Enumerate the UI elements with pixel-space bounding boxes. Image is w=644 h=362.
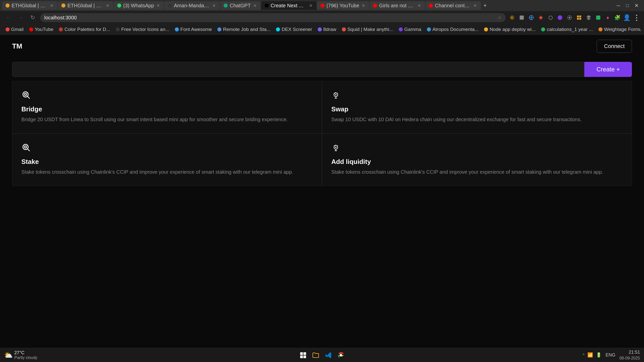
bookmark-item[interactable]: YouTube bbox=[27, 26, 56, 33]
bookmark-favicon bbox=[541, 27, 545, 31]
browser-tab[interactable]: ETHGlobal | ETHOnline 2024 ✕ bbox=[58, 1, 113, 10]
maximize-button[interactable]: □ bbox=[624, 2, 631, 9]
browser-tab[interactable]: Aman-Mandal/ethonline-mini-... ✕ bbox=[164, 1, 220, 10]
tab-favicon bbox=[373, 4, 377, 8]
bookmark-item[interactable]: Free Vector Icons an... bbox=[113, 26, 172, 33]
card-icon bbox=[21, 90, 313, 101]
minimize-button[interactable]: ─ bbox=[615, 2, 622, 9]
vscode-button[interactable] bbox=[323, 350, 333, 360]
create-button[interactable]: Create + bbox=[584, 62, 632, 77]
ext-icon-10[interactable] bbox=[595, 14, 602, 21]
chrome-button[interactable] bbox=[336, 350, 346, 360]
bookmark-label: Gmail bbox=[11, 27, 24, 32]
tab-title: (3) WhatsApp bbox=[123, 3, 154, 9]
svg-line-23 bbox=[337, 93, 338, 94]
bookmark-item[interactable]: Color Palettes for D... bbox=[56, 26, 113, 33]
tab-close-button[interactable]: ✕ bbox=[473, 3, 477, 9]
bookmark-item[interactable]: Remote Job and Sta... bbox=[215, 26, 273, 33]
weather-desc: Partly cloudy bbox=[14, 355, 37, 360]
browser-tab[interactable]: ChatGPT ✕ bbox=[220, 1, 260, 10]
tab-title: (796) YouTube bbox=[327, 3, 359, 9]
tab-close-button[interactable]: ✕ bbox=[309, 3, 313, 9]
taskbar-right: ^ 📶 🔋 ENG 21:51 08-09-2025 bbox=[583, 349, 640, 361]
card-swap[interactable]: Swap Swap 10 USDC with 10 DAI on Hedera … bbox=[322, 81, 632, 133]
bookmark-item[interactable]: Squid | Make anythi... bbox=[339, 26, 396, 33]
more-button[interactable]: ⋮ bbox=[633, 14, 640, 21]
address-bar[interactable]: localhost:3000 ☆ bbox=[40, 13, 506, 22]
card-description: Bridge 20 USDT from Linea to Scroll usin… bbox=[21, 116, 313, 123]
bookmark-item[interactable]: Node app deploy wi... bbox=[481, 26, 538, 33]
svg-line-31 bbox=[334, 146, 335, 146]
bookmark-item[interactable]: Atropos Documenta... bbox=[424, 26, 481, 33]
tab-close-button[interactable]: ✕ bbox=[212, 3, 216, 9]
ext-icon-2[interactable] bbox=[518, 14, 525, 21]
bookmark-star-icon[interactable]: ☆ bbox=[498, 15, 502, 20]
bookmark-label: Color Palettes for D... bbox=[64, 27, 110, 32]
bookmark-item[interactable]: DEX Screener bbox=[273, 26, 314, 33]
forward-button[interactable]: → bbox=[16, 13, 25, 22]
refresh-button[interactable]: ↻ bbox=[28, 13, 37, 22]
card-title: Add liquidity bbox=[331, 158, 623, 166]
tab-close-button[interactable]: ✕ bbox=[105, 3, 110, 9]
ext-icon-3[interactable] bbox=[528, 14, 535, 21]
weather-temp: 27°C bbox=[14, 350, 37, 355]
ext-icon-8[interactable] bbox=[576, 14, 583, 21]
card-title: Bridge bbox=[21, 105, 313, 113]
start-button[interactable] bbox=[298, 350, 308, 360]
ext-icon-4[interactable] bbox=[537, 14, 544, 21]
tab-close-button[interactable]: ✕ bbox=[50, 3, 54, 9]
svg-rect-13 bbox=[579, 18, 581, 20]
browser-tab[interactable]: Channel content - YouTube St... ✕ bbox=[425, 1, 481, 10]
bookmark-item[interactable]: Gamma bbox=[396, 26, 424, 33]
tab-favicon bbox=[61, 4, 65, 8]
close-button[interactable]: ✕ bbox=[633, 2, 640, 9]
action-bar: Create + bbox=[0, 58, 644, 81]
bookmark-label: 8draw bbox=[323, 27, 336, 32]
tray-chevron[interactable]: ^ bbox=[583, 353, 585, 357]
tab-favicon bbox=[429, 4, 433, 8]
search-input[interactable] bbox=[12, 62, 584, 77]
browser-tab[interactable]: Create Next App ✕ bbox=[261, 1, 316, 10]
ext-icon-1[interactable]: M bbox=[509, 14, 516, 21]
taskbar-left: ⛅ 27°C Partly cloudy bbox=[4, 350, 37, 360]
ext-icon-puzzle[interactable]: 🧩 bbox=[614, 14, 621, 21]
address-text: localhost:3000 bbox=[44, 15, 498, 21]
card-bridge[interactable]: Bridge Bridge 20 USDT from Linea to Scro… bbox=[12, 81, 322, 133]
system-tray: ^ 📶 🔋 bbox=[583, 352, 602, 358]
bookmark-item[interactable]: 8draw bbox=[315, 26, 339, 33]
svg-rect-35 bbox=[300, 355, 303, 358]
address-icons: ☆ bbox=[498, 15, 502, 20]
ext-icon-6[interactable] bbox=[556, 14, 564, 21]
browser-tab[interactable]: (3) WhatsApp ✕ bbox=[114, 1, 164, 10]
tab-favicon bbox=[320, 4, 325, 8]
bookmark-item[interactable]: Weightage Formula... bbox=[596, 26, 641, 33]
tab-close-button[interactable]: ✕ bbox=[361, 3, 366, 9]
browser-tab[interactable]: Girls are not competitive at ... ✕ bbox=[370, 1, 425, 10]
ext-icon-7[interactable] bbox=[566, 14, 573, 21]
connect-button[interactable]: Connect bbox=[597, 40, 632, 53]
card-stake[interactable]: Stake Stake tokens crosschain using Chai… bbox=[12, 133, 322, 186]
ext-icon-9[interactable] bbox=[585, 14, 592, 21]
bookmark-item[interactable]: Font Awesome bbox=[172, 26, 214, 33]
browser-tab[interactable]: (796) YouTube ✕ bbox=[317, 1, 369, 10]
browser-tab[interactable]: ETHGlobal | ETHOnline 2024 ✕ bbox=[2, 1, 57, 10]
file-explorer-button[interactable] bbox=[311, 350, 321, 360]
svg-rect-2 bbox=[520, 16, 524, 20]
back-button[interactable]: ← bbox=[4, 13, 13, 22]
new-tab-button[interactable]: + bbox=[481, 2, 489, 9]
bookmark-label: Node app deploy wi... bbox=[490, 27, 536, 32]
card-add-liquidity[interactable]: Add liquidity Stake tokens crosschain us… bbox=[322, 133, 632, 186]
tab-close-button[interactable]: ✕ bbox=[156, 3, 160, 9]
svg-line-16 bbox=[28, 97, 30, 99]
tab-favicon bbox=[6, 4, 10, 8]
tab-close-button[interactable]: ✕ bbox=[253, 3, 257, 9]
tab-close-button[interactable]: ✕ bbox=[417, 3, 421, 9]
tab-title: ETHGlobal | ETHOnline 2024 bbox=[67, 3, 103, 9]
ext-icon-11[interactable]: ♦ bbox=[604, 14, 611, 21]
bookmark-item[interactable]: calculations_1 year ... bbox=[539, 26, 595, 33]
bookmark-item[interactable]: Gmail bbox=[3, 26, 26, 33]
bookmark-favicon bbox=[175, 27, 179, 31]
ext-icon-5[interactable]: ⬡ bbox=[547, 14, 554, 21]
profile-icon[interactable]: 👤 bbox=[623, 14, 630, 21]
bookmark-label: Weightage Formula... bbox=[604, 27, 641, 32]
